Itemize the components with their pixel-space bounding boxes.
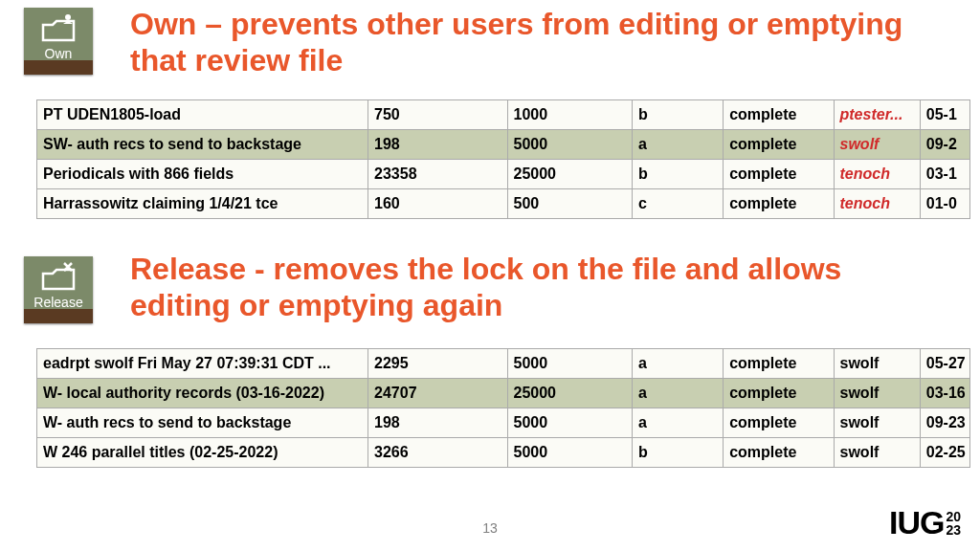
- table-cell: 25000: [507, 379, 632, 408]
- table-cell: complete: [724, 408, 834, 438]
- release-icon-label: Release: [24, 295, 93, 310]
- table-cell: ptester...: [834, 100, 920, 130]
- folder-person-icon: [39, 13, 78, 46]
- table-cell: PT UDEN1805-load: [37, 100, 368, 130]
- table-cell: 05-1: [920, 100, 969, 130]
- table-cell: 23358: [368, 160, 507, 189]
- table-cell: 09-2: [920, 130, 969, 160]
- table-cell: b: [632, 100, 723, 130]
- table-cell: 750: [368, 100, 507, 130]
- table-cell: SW- auth recs to send to backstage: [37, 130, 368, 160]
- logo-year-top: 20: [946, 510, 961, 523]
- svg-point-0: [65, 14, 71, 20]
- table-cell: swolf: [834, 379, 920, 408]
- table-cell: 160: [368, 189, 507, 219]
- table-cell: 5000: [507, 349, 632, 379]
- table-row[interactable]: SW- auth recs to send to backstage198500…: [37, 130, 970, 160]
- table-cell: 5000: [507, 438, 632, 468]
- table-cell: a: [632, 349, 723, 379]
- table-row[interactable]: W- local authority records (03-16-2022)2…: [37, 379, 970, 408]
- own-icon-label: Own: [24, 46, 93, 61]
- table-cell: complete: [724, 189, 834, 219]
- page-number: 13: [0, 520, 980, 536]
- table-cell: W- local authority records (03-16-2022): [37, 379, 368, 408]
- table-cell: swolf: [834, 130, 920, 160]
- table-cell: 02-25: [920, 438, 969, 468]
- table-cell: b: [632, 438, 723, 468]
- table-cell: complete: [724, 438, 834, 468]
- table-cell: a: [632, 130, 723, 160]
- table-cell: 198: [368, 408, 507, 438]
- table-cell: complete: [724, 349, 834, 379]
- logo-main: IUG: [889, 504, 944, 541]
- table-cell: 500: [507, 189, 632, 219]
- release-table-body: eadrpt swolf Fri May 27 07:39:31 CDT ...…: [37, 349, 970, 468]
- table-cell: eadrpt swolf Fri May 27 07:39:31 CDT ...: [37, 349, 368, 379]
- table-cell: 25000: [507, 160, 632, 189]
- table-cell: complete: [724, 160, 834, 189]
- table-cell: swolf: [834, 438, 920, 468]
- table-cell: W 246 parallel titles (02-25-2022): [37, 438, 368, 468]
- table-cell: a: [632, 379, 723, 408]
- table-row[interactable]: PT UDEN1805-load7501000bcompleteptester.…: [37, 100, 970, 130]
- own-table-body: PT UDEN1805-load7501000bcompleteptester.…: [37, 100, 970, 219]
- table-cell: a: [632, 408, 723, 438]
- table-row[interactable]: Harrassowitz claiming 1/4/21 tce160500cc…: [37, 189, 970, 219]
- table-cell: 24707: [368, 379, 507, 408]
- table-cell: 03-16: [920, 379, 969, 408]
- table-cell: 198: [368, 130, 507, 160]
- release-heading: Release - removes the lock on the file a…: [130, 251, 942, 324]
- folder-x-icon: [39, 262, 78, 295]
- own-heading: Own – prevents other users from editing …: [130, 6, 942, 79]
- table-cell: b: [632, 160, 723, 189]
- own-table: PT UDEN1805-load7501000bcompleteptester.…: [36, 99, 970, 219]
- table-cell: 5000: [507, 130, 632, 160]
- table-cell: complete: [724, 379, 834, 408]
- logo-year: 20 23: [946, 510, 961, 537]
- table-cell: Harrassowitz claiming 1/4/21 tce: [37, 189, 368, 219]
- table-cell: c: [632, 189, 723, 219]
- own-tool-icon: Own: [24, 8, 93, 75]
- slide: Own Own – prevents other users from edit…: [0, 0, 980, 551]
- table-cell: 03-1: [920, 160, 969, 189]
- table-cell: 01-0: [920, 189, 969, 219]
- table-cell: Periodicals with 866 fields: [37, 160, 368, 189]
- table-cell: swolf: [834, 408, 920, 438]
- table-row[interactable]: W 246 parallel titles (02-25-2022)326650…: [37, 438, 970, 468]
- table-row[interactable]: eadrpt swolf Fri May 27 07:39:31 CDT ...…: [37, 349, 970, 379]
- release-table: eadrpt swolf Fri May 27 07:39:31 CDT ...…: [36, 348, 970, 468]
- table-cell: 2295: [368, 349, 507, 379]
- table-cell: swolf: [834, 349, 920, 379]
- table-cell: tenoch: [834, 189, 920, 219]
- table-cell: W- auth recs to send to backstage: [37, 408, 368, 438]
- table-cell: complete: [724, 100, 834, 130]
- table-cell: 05-27: [920, 349, 969, 379]
- table-cell: complete: [724, 130, 834, 160]
- table-cell: 09-23: [920, 408, 969, 438]
- release-tool-icon: Release: [24, 256, 93, 323]
- table-cell: 1000: [507, 100, 632, 130]
- table-cell: 3266: [368, 438, 507, 468]
- iug-logo: IUG 20 23: [889, 504, 961, 541]
- table-row[interactable]: Periodicals with 866 fields2335825000bco…: [37, 160, 970, 189]
- table-cell: tenoch: [834, 160, 920, 189]
- logo-year-bot: 23: [946, 523, 961, 537]
- table-cell: 5000: [507, 408, 632, 438]
- table-row[interactable]: W- auth recs to send to backstage1985000…: [37, 408, 970, 438]
